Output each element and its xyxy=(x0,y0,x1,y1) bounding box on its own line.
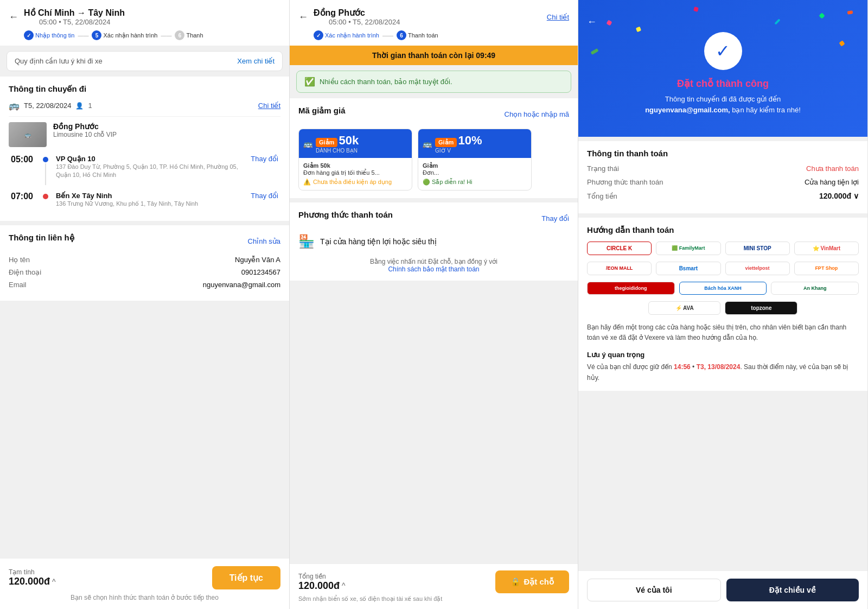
step-2: 5 Xác nhận hành trình xyxy=(92,30,157,40)
panel2-chi-tiet[interactable]: Chi tiết xyxy=(547,13,569,21)
note-date: T3, 13/08/2024 xyxy=(697,363,741,371)
thay-doi-2[interactable]: Thay đổi xyxy=(251,192,278,200)
chinh-sua-link[interactable]: Chỉnh sửa xyxy=(248,237,280,245)
route-dot-departure xyxy=(43,155,48,186)
tiep-tuc-button[interactable]: Tiếp tục xyxy=(212,566,280,589)
payment-method-title: Phương thức thanh toán xyxy=(298,210,393,220)
p2-step2-circle: 6 xyxy=(397,30,406,40)
panel1-spacer xyxy=(0,305,289,381)
thay-doi-payment[interactable]: Thay đổi xyxy=(541,214,569,223)
chi-tiet-link[interactable]: Chi tiết xyxy=(258,101,280,110)
warning-text: Chưa thỏa điều kiện áp dụng xyxy=(313,179,392,186)
dat-chieu-ve-button[interactable]: Đặt chiều về xyxy=(726,579,859,601)
back-button-1[interactable]: ← xyxy=(9,11,18,23)
bus-thumbnail: 🚌 xyxy=(9,122,47,147)
total-price-caret[interactable]: ^ xyxy=(342,581,346,590)
contact-section-title: Thông tin liên hệ xyxy=(9,233,74,243)
guide-text: Bạn hãy đến một trong các cửa hàng hoặc … xyxy=(587,322,859,343)
discount-title: Mã giảm giá xyxy=(298,106,346,116)
payment-info-section: Thông tin thanh toán Trạng thái Chưa tha… xyxy=(578,141,867,213)
dat-cho-button[interactable]: 🔒 Đặt chỗ xyxy=(495,570,570,593)
route-dot-arrival xyxy=(43,192,48,199)
panel2-title: Đồng Phước xyxy=(314,8,400,18)
bus-type: Limousine 10 chỗ VIP xyxy=(53,131,117,138)
guide-title: Hướng dẫn thanh toán xyxy=(587,225,859,235)
pi-row-total: Tổng tiền 120.000đ ∨ xyxy=(587,192,859,200)
price-caret[interactable]: ^ xyxy=(52,578,56,586)
discount-card-2[interactable]: 🚌 Giảm 10% GIỜ V Giảm Đơn... xyxy=(418,129,532,191)
step1-circle: ✓ xyxy=(24,30,34,40)
dat-cho-label: Đặt chỗ xyxy=(524,577,554,587)
store-viettelpost: viettelpost xyxy=(725,262,790,275)
discount-desc-1: Đơn hàng giá trị tối thiểu 5... xyxy=(303,169,407,176)
pi-value-total: 120.000đ ∨ xyxy=(819,192,859,200)
note-pre: Vé của bạn chỉ được giữ đến xyxy=(587,363,674,371)
departure-stop: VP Quận 10 xyxy=(56,155,243,163)
agree-link[interactable]: Chính sách bảo mật thanh toán xyxy=(388,265,479,273)
discount-section: Mã giảm giá Chọn hoặc nhập mã 🚌 Giảm 50k… xyxy=(290,98,578,198)
p2-step-2: 6 Thanh toán xyxy=(397,30,438,40)
discount-amount-row2: Giảm 10% xyxy=(435,134,482,148)
discount-badge-2: Giảm xyxy=(435,138,457,147)
timer-bar: Thời gian thanh toán còn lại 09:49 xyxy=(290,46,578,65)
panel-payment: ← Đồng Phước 05:00 • T5, 22/08/2024 Chi … xyxy=(289,0,578,609)
panel-booking-info: ← Hồ Chí Minh → Tây Ninh 05:00 • T5, 22/… xyxy=(0,0,289,609)
back-row: ← xyxy=(587,16,859,28)
total-price-value: 120.000đ xyxy=(298,580,340,592)
trip-date: T5, 22/08/2024 xyxy=(24,101,71,110)
payment-method-section: Phương thức thanh toán Thay đổi 🏪 Tại cử… xyxy=(290,202,578,281)
seat-count: 1 xyxy=(88,101,92,110)
store-fpt: FPT Shop xyxy=(794,262,859,275)
panel3-spacer xyxy=(578,395,867,439)
discount-amount-2: 10% xyxy=(458,134,482,148)
confetti-4 xyxy=(839,40,845,46)
back-button-3[interactable]: ← xyxy=(587,16,597,28)
coming-soon-text: Sắp diễn ra! Hi xyxy=(432,179,473,186)
discount-card-label-2: GIỜ V xyxy=(435,148,482,154)
trip-section: Thông tin chuyến đi 🚌 T5, 22/08/2024 👤 1… xyxy=(0,77,289,221)
success-subtitle: Thông tin chuyến đi đã được gửi đến nguy… xyxy=(587,94,859,115)
stores-grid-4: ⚡ AVA topzone xyxy=(648,301,798,315)
store-ava: ⚡ AVA xyxy=(648,301,721,315)
ve-cua-toi-button[interactable]: Vé của tôi xyxy=(587,579,721,601)
discount-card1-header: 🚌 Giảm 50k DÀNH CHO BẠN xyxy=(299,129,412,158)
departure-time: 05:00 xyxy=(11,155,35,164)
store-familymart: 🟩 FamilyMart xyxy=(656,242,720,255)
store-vinmart: ⭐ VinMart xyxy=(794,242,859,255)
step1-label: Nhập thông tin xyxy=(35,32,74,39)
store-bichxanh: Bách hóa XANH xyxy=(679,282,767,295)
panel1-subtitle: 05:00 • T5, 22/08/2024 xyxy=(39,18,125,26)
discount-card1-inner: 🚌 Giảm 50k DÀNH CHO BẠN xyxy=(303,134,359,154)
bus-icon: 🚌 xyxy=(9,100,20,111)
note-sep: • xyxy=(691,363,697,371)
discount-card2-info: Giảm 10% GIỜ V xyxy=(435,134,482,154)
discount-card-1[interactable]: 🚌 Giảm 50k DÀNH CHO BẠN Giảm 50k Đơn hàn… xyxy=(298,129,412,191)
discount-header: Mã giảm giá Chọn hoặc nhập mã xyxy=(298,106,569,122)
email-value: nguyenvana@gmail.com xyxy=(203,281,280,289)
total-price-info: Tổng tiền 120.000đ ^ xyxy=(298,573,346,592)
payment-method-header: Phương thức thanh toán Thay đổi xyxy=(298,210,569,226)
thay-doi-1[interactable]: Thay đổi xyxy=(251,155,278,163)
store-tgdd: thegioididong xyxy=(587,282,675,295)
bus-name: Đồng Phước xyxy=(53,122,117,131)
bus-thumb-img: 🚌 xyxy=(9,122,47,147)
bus-icon-discount: 🚌 xyxy=(303,139,312,148)
seat-icon: 👤 xyxy=(75,102,84,110)
arrival-time: 07:00 xyxy=(11,192,35,201)
discount-card1-info: Giảm 50k DÀNH CHO BẠN xyxy=(316,134,359,154)
notice-link[interactable]: Xem chi tiết xyxy=(237,57,275,65)
panel-success: ← ✓ Đặt chỗ thành công Thông tin chuyến … xyxy=(578,0,867,609)
bottom-bar-top: Tạm tính 120.000đ ^ Tiếp tục xyxy=(9,566,280,589)
note-text: Vé của bạn chỉ được giữ đến 14:56 • T3, … xyxy=(587,362,859,383)
ho-ten-label: Họ tên xyxy=(9,256,30,264)
back-button-2[interactable]: ← xyxy=(298,11,308,23)
chon-ma-link[interactable]: Chọn hoặc nhập mã xyxy=(505,110,569,118)
notice-bar: Quy định cần lưu ý khi đi xe Xem chi tiế… xyxy=(7,51,283,71)
bottom-buttons: Vé của tôi Đặt chiều về xyxy=(578,570,867,609)
steps-row-1: ✓ Nhập thông tin —— 5 Xác nhận hành trìn… xyxy=(24,30,280,40)
step-1: ✓ Nhập thông tin xyxy=(24,30,74,40)
pi-value-method: Cửa hàng tiện lợi xyxy=(805,178,859,186)
bus-icon-discount2: 🚌 xyxy=(423,139,432,148)
panel1-title: Hồ Chí Minh → Tây Ninh xyxy=(24,8,125,18)
discount-amount-row: Giảm 50k xyxy=(316,134,359,148)
